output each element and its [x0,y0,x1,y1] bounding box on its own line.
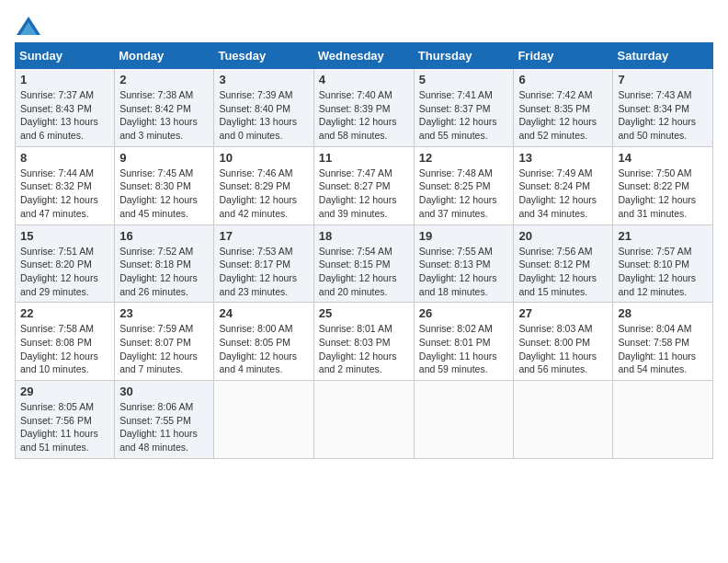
day-number: 9 [119,151,209,165]
day-info: Sunrise: 8:01 AMSunset: 8:03 PMDaylight:… [319,322,409,376]
day-info: Sunrise: 7:52 AMSunset: 8:18 PMDaylight:… [119,245,209,299]
day-number: 1 [20,73,109,86]
day-number: 4 [319,73,409,86]
calendar-cell: 8Sunrise: 7:44 AMSunset: 8:32 PMDaylight… [16,146,115,224]
calendar-cell: 14Sunrise: 7:50 AMSunset: 8:22 PMDayligh… [613,146,713,224]
day-info: Sunrise: 7:45 AMSunset: 8:30 PMDaylight:… [119,167,209,221]
calendar-cell: 24Sunrise: 8:00 AMSunset: 8:05 PMDayligh… [214,303,313,381]
day-info: Sunrise: 7:48 AMSunset: 8:25 PMDaylight:… [419,167,509,221]
calendar-header-monday: Monday [115,43,214,69]
day-info: Sunrise: 7:37 AMSunset: 8:43 PMDaylight:… [20,88,109,143]
day-info: Sunrise: 8:03 AMSunset: 8:00 PMDaylight:… [518,322,608,376]
day-info: Sunrise: 7:43 AMSunset: 8:34 PMDaylight:… [618,88,708,143]
day-info: Sunrise: 8:06 AMSunset: 7:55 PMDaylight:… [119,400,209,454]
logo-icon [15,15,42,37]
calendar-cell: 9Sunrise: 7:45 AMSunset: 8:30 PMDaylight… [115,146,214,224]
calendar-week-row: 22Sunrise: 7:58 AMSunset: 8:08 PMDayligh… [16,303,713,381]
calendar-header-row: SundayMondayTuesdayWednesdayThursdayFrid… [16,43,713,69]
day-number: 23 [119,306,209,320]
calendar-cell: 15Sunrise: 7:51 AMSunset: 8:20 PMDayligh… [16,224,115,303]
calendar-cell [214,381,313,459]
day-info: Sunrise: 7:54 AMSunset: 8:15 PMDaylight:… [319,245,409,299]
calendar-cell: 3Sunrise: 7:39 AMSunset: 8:40 PMDaylight… [214,69,313,147]
calendar-cell: 7Sunrise: 7:43 AMSunset: 8:34 PMDaylight… [613,69,713,147]
day-info: Sunrise: 7:38 AMSunset: 8:42 PMDaylight:… [119,88,209,143]
day-number: 15 [20,229,109,243]
day-number: 16 [119,229,209,243]
logo [15,15,46,37]
day-number: 12 [419,151,509,165]
calendar-cell: 4Sunrise: 7:40 AMSunset: 8:39 PMDaylight… [313,69,414,147]
day-number: 28 [618,306,708,320]
day-number: 2 [119,73,209,86]
day-number: 19 [419,229,509,243]
calendar-cell: 13Sunrise: 7:49 AMSunset: 8:24 PMDayligh… [514,146,613,224]
day-number: 20 [518,229,608,243]
calendar-header-saturday: Saturday [613,43,713,69]
day-info: Sunrise: 7:58 AMSunset: 8:08 PMDaylight:… [20,322,109,376]
calendar-cell [414,381,514,459]
calendar-header-friday: Friday [514,43,613,69]
day-info: Sunrise: 7:55 AMSunset: 8:13 PMDaylight:… [419,245,509,299]
calendar-cell: 19Sunrise: 7:55 AMSunset: 8:13 PMDayligh… [414,224,514,303]
day-number: 6 [518,73,608,86]
calendar-header-wednesday: Wednesday [313,43,414,69]
day-number: 8 [20,151,109,165]
day-number: 13 [518,151,608,165]
day-number: 27 [518,306,608,320]
calendar-cell: 5Sunrise: 7:41 AMSunset: 8:37 PMDaylight… [414,69,514,147]
day-number: 26 [419,306,509,320]
day-info: Sunrise: 7:57 AMSunset: 8:10 PMDaylight:… [618,245,708,299]
day-info: Sunrise: 7:56 AMSunset: 8:12 PMDaylight:… [518,245,608,299]
calendar-cell: 22Sunrise: 7:58 AMSunset: 8:08 PMDayligh… [16,303,115,381]
calendar-cell: 1Sunrise: 7:37 AMSunset: 8:43 PMDaylight… [16,69,115,147]
day-number: 14 [618,151,708,165]
day-info: Sunrise: 7:40 AMSunset: 8:39 PMDaylight:… [319,88,409,143]
day-info: Sunrise: 7:44 AMSunset: 8:32 PMDaylight:… [20,167,109,221]
day-number: 24 [219,306,308,320]
day-number: 10 [219,151,308,165]
day-number: 18 [319,229,409,243]
calendar-cell [613,381,713,459]
calendar-cell: 26Sunrise: 8:02 AMSunset: 8:01 PMDayligh… [414,303,514,381]
calendar-cell: 25Sunrise: 8:01 AMSunset: 8:03 PMDayligh… [313,303,414,381]
calendar-cell: 10Sunrise: 7:46 AMSunset: 8:29 PMDayligh… [214,146,313,224]
calendar-week-row: 15Sunrise: 7:51 AMSunset: 8:20 PMDayligh… [16,224,713,303]
day-info: Sunrise: 8:04 AMSunset: 7:58 PMDaylight:… [618,322,708,376]
day-number: 22 [20,306,109,320]
day-info: Sunrise: 7:59 AMSunset: 8:07 PMDaylight:… [119,322,209,376]
calendar-cell: 12Sunrise: 7:48 AMSunset: 8:25 PMDayligh… [414,146,514,224]
calendar-cell: 23Sunrise: 7:59 AMSunset: 8:07 PMDayligh… [115,303,214,381]
calendar-cell: 29Sunrise: 8:05 AMSunset: 7:56 PMDayligh… [16,381,115,459]
day-info: Sunrise: 7:49 AMSunset: 8:24 PMDaylight:… [518,167,608,221]
day-number: 5 [419,73,509,86]
day-number: 3 [219,73,308,86]
day-number: 29 [20,385,109,398]
calendar-cell [313,381,414,459]
calendar-header-tuesday: Tuesday [214,43,313,69]
day-info: Sunrise: 8:05 AMSunset: 7:56 PMDaylight:… [20,400,109,454]
calendar-cell: 16Sunrise: 7:52 AMSunset: 8:18 PMDayligh… [115,224,214,303]
day-info: Sunrise: 7:53 AMSunset: 8:17 PMDaylight:… [219,245,308,299]
day-info: Sunrise: 7:39 AMSunset: 8:40 PMDaylight:… [219,88,308,143]
calendar-header-sunday: Sunday [16,43,115,69]
calendar-cell: 20Sunrise: 7:56 AMSunset: 8:12 PMDayligh… [514,224,613,303]
day-info: Sunrise: 7:47 AMSunset: 8:27 PMDaylight:… [319,167,409,221]
calendar-cell: 2Sunrise: 7:38 AMSunset: 8:42 PMDaylight… [115,69,214,147]
day-info: Sunrise: 8:02 AMSunset: 8:01 PMDaylight:… [419,322,509,376]
calendar-cell [514,381,613,459]
day-number: 30 [119,385,209,398]
calendar-cell: 27Sunrise: 8:03 AMSunset: 8:00 PMDayligh… [514,303,613,381]
calendar-cell: 11Sunrise: 7:47 AMSunset: 8:27 PMDayligh… [313,146,414,224]
day-info: Sunrise: 7:46 AMSunset: 8:29 PMDaylight:… [219,167,308,221]
calendar-cell: 21Sunrise: 7:57 AMSunset: 8:10 PMDayligh… [613,224,713,303]
calendar-cell: 17Sunrise: 7:53 AMSunset: 8:17 PMDayligh… [214,224,313,303]
day-info: Sunrise: 7:42 AMSunset: 8:35 PMDaylight:… [518,88,608,143]
day-info: Sunrise: 7:51 AMSunset: 8:20 PMDaylight:… [20,245,109,299]
calendar-cell: 18Sunrise: 7:54 AMSunset: 8:15 PMDayligh… [313,224,414,303]
calendar-cell: 30Sunrise: 8:06 AMSunset: 7:55 PMDayligh… [115,381,214,459]
day-number: 25 [319,306,409,320]
day-number: 7 [618,73,708,86]
day-number: 21 [618,229,708,243]
calendar-week-row: 1Sunrise: 7:37 AMSunset: 8:43 PMDaylight… [16,69,713,147]
